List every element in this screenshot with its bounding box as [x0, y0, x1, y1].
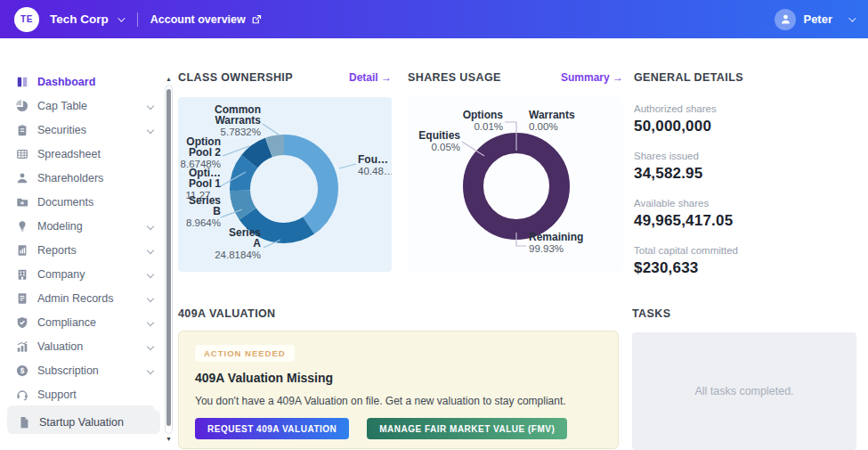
file-icon — [18, 416, 30, 429]
chevron-down-icon — [147, 222, 154, 229]
tasks-empty-text: All tasks completed. — [694, 385, 793, 397]
breadcrumb[interactable]: Account overview — [150, 13, 262, 26]
general-details-section: GENERAL DETAILS Authorized shares50,000,… — [634, 71, 858, 292]
main-scrollbar[interactable]: ▲ ▼ — [164, 75, 174, 444]
sidebar-item-label: Shareholders — [37, 172, 103, 184]
sidebar-item-dashboard[interactable]: Dashboard — [0, 70, 162, 94]
chevron-down-icon[interactable] — [118, 14, 125, 21]
modeling-icon — [16, 220, 28, 233]
tasks-section: TASKS All tasks completed. — [632, 305, 856, 450]
valuation-icon — [16, 340, 28, 353]
valuation-409a-body: You don't have a 409A Valuation on file.… — [195, 395, 602, 407]
chevron-down-icon — [147, 270, 154, 277]
app-header: TE Tech Corp Account overview Peter — [0, 0, 868, 38]
scroll-up-icon[interactable]: ▲ — [164, 75, 174, 84]
sidebar-item-company[interactable]: Company — [0, 262, 162, 286]
scroll-down-icon[interactable]: ▼ — [164, 435, 174, 444]
action-needed-badge: ACTION NEEDED — [195, 345, 295, 362]
company-name[interactable]: Tech Corp — [50, 12, 109, 26]
compliance-icon — [16, 316, 28, 329]
chevron-down-icon — [147, 126, 154, 133]
sidebar-item-label: Valuation — [37, 340, 83, 353]
sidebar-item-label: Dashboard — [37, 76, 95, 88]
shares-usage-chart: Options0.01%Warrants0.00%Equities0.05%Re… — [408, 97, 623, 272]
sidebar-item-securities[interactable]: Securities — [0, 118, 162, 142]
scrollbar-thumb[interactable] — [166, 89, 171, 426]
valuation-409a-section: 409A VALUATION ACTION NEEDED 409A Valuat… — [178, 305, 619, 449]
sidebar-item-cap-table[interactable]: Cap Table — [0, 94, 162, 118]
stat-value: 50,000,000 — [634, 118, 858, 135]
sidebar-partial-row[interactable] — [7, 405, 155, 416]
scrollbar-track[interactable] — [165, 85, 173, 434]
sidebar-item-label: Compliance — [37, 316, 96, 329]
valuation-409a-title: 409A VALUATION — [178, 307, 276, 320]
class-ownership-section: CLASS OWNERSHIP Detail → CommonWarrants5… — [178, 71, 392, 272]
class-ownership-detail-link[interactable]: Detail → — [349, 71, 392, 84]
sidebar-item-label: Company — [37, 268, 85, 281]
general-details-title: GENERAL DETAILS — [634, 71, 743, 84]
sidebar-item-spreadsheet[interactable]: Spreadsheet — [0, 142, 162, 166]
valuation-409a-card: ACTION NEEDED 409A Valuation Missing You… — [178, 331, 619, 449]
sidebar-item-label: Support — [37, 389, 77, 401]
shares-usage-summary-link[interactable]: Summary → — [561, 71, 623, 84]
chevron-down-icon — [147, 246, 154, 253]
sidebar-item-reports[interactable]: Reports — [0, 238, 162, 262]
shareholders-icon — [16, 172, 28, 184]
shares-usage-section: SHARES USAGE Summary → Options0.01%Warra… — [408, 71, 623, 272]
sidebar-item-modeling[interactable]: Modeling — [0, 214, 162, 238]
sidebar-nav: DashboardCap TableSecuritiesSpreadsheetS… — [0, 38, 162, 450]
sidebar-item-label: Documents — [37, 196, 93, 209]
stat-authorized-shares: Authorized shares50,000,000 — [634, 103, 858, 135]
tasks-title: TASKS — [632, 307, 670, 320]
valuation-409a-heading: 409A Valuation Missing — [195, 371, 602, 385]
chevron-down-icon — [147, 342, 154, 349]
stat-label: Authorized shares — [634, 103, 858, 114]
leader-line — [339, 164, 356, 168]
support-icon — [16, 389, 28, 401]
stat-label: Available shares — [634, 198, 858, 209]
class-ownership-chart: CommonWarrants5.7832%OptionPool 28.6748%… — [178, 97, 392, 272]
company-icon — [16, 268, 28, 281]
stat-total-capital-committed: Total capital committed$230,633 — [634, 245, 858, 277]
sidebar-item-shareholders[interactable]: Shareholders — [0, 166, 162, 190]
sidebar-item-label: Startup Valuation — [39, 416, 124, 429]
reports-icon — [16, 244, 28, 257]
sidebar-item-support[interactable]: Support — [0, 382, 162, 406]
sidebar-item-label: Spreadsheet — [37, 148, 101, 160]
company-avatar[interactable]: TE — [14, 7, 39, 32]
shares-usage-title: SHARES USAGE — [408, 71, 501, 84]
header-divider — [137, 12, 138, 27]
sidebar-item-valuation[interactable]: Valuation — [0, 334, 162, 358]
leader-line — [263, 124, 279, 135]
sidebar-item-label: Cap Table — [37, 100, 87, 112]
sidebar-item-label: Reports — [37, 244, 77, 257]
class-ownership-title: CLASS OWNERSHIP — [178, 71, 293, 84]
subscription-icon — [16, 364, 28, 377]
manage-fmv-button[interactable]: MANAGE FAIR MARKET VALUE (FMV) — [367, 418, 567, 439]
sidebar-item-subscription[interactable]: Subscription — [0, 358, 162, 382]
user-avatar[interactable] — [775, 9, 796, 30]
sidebar-item-documents[interactable]: Documents — [0, 190, 162, 214]
stat-value: 49,965,417.05 — [634, 212, 858, 230]
donut-slice-remaining[interactable] — [474, 143, 560, 230]
chevron-down-icon — [147, 102, 154, 109]
person-icon — [780, 13, 791, 25]
chevron-down-icon[interactable] — [848, 14, 856, 21]
sidebar-item-label: Admin Records — [37, 292, 113, 305]
request-409a-valuation-button[interactable]: REQUEST 409A VALUATION — [195, 418, 349, 439]
chevron-down-icon — [147, 318, 154, 325]
sidebar-item-label: Securities — [37, 124, 86, 136]
admin-records-icon — [16, 292, 28, 305]
chevron-down-icon — [147, 366, 154, 373]
stat-shares-issued: Shares issued34,582.95 — [634, 151, 858, 183]
sidebar-item-label: Subscription — [37, 364, 99, 377]
user-name[interactable]: Peter — [803, 12, 832, 26]
chevron-down-icon — [147, 294, 154, 301]
external-link-icon — [251, 14, 262, 25]
dashboard-icon — [16, 76, 28, 88]
sidebar-item-compliance[interactable]: Compliance — [0, 310, 162, 334]
sidebar-item-label: Modeling — [37, 220, 83, 233]
breadcrumb-label: Account overview — [150, 13, 246, 26]
sidebar-item-admin-records[interactable]: Admin Records — [0, 286, 162, 310]
stat-label: Shares issued — [634, 151, 858, 161]
